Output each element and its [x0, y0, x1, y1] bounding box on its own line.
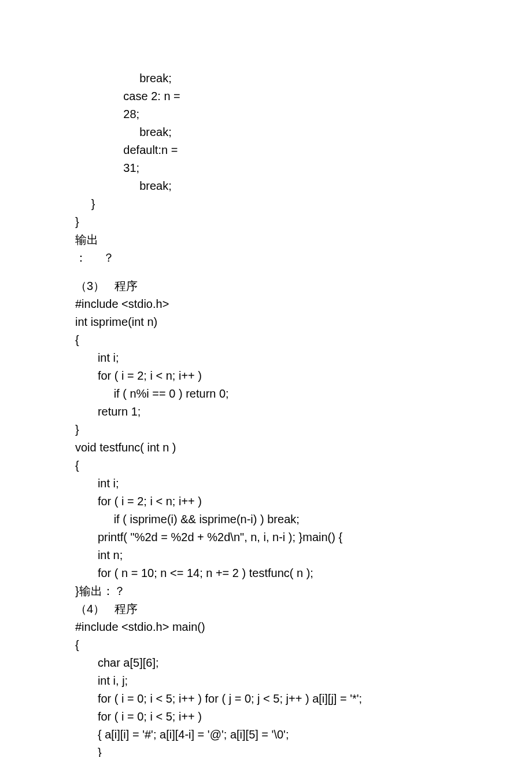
- section-3-number: （3）: [75, 277, 105, 295]
- code-line: if ( n%i == 0 ) return 0;: [75, 385, 486, 403]
- code-line: break;: [75, 177, 486, 195]
- code-line: }: [75, 195, 486, 213]
- code-line: }: [75, 213, 486, 231]
- code-line: void testfunc( int n ): [75, 439, 486, 457]
- code-line: break;: [75, 123, 486, 141]
- code-line: int i;: [75, 475, 486, 493]
- section-3-heading: （3） 程序: [75, 277, 486, 295]
- section-4-heading: （4） 程序: [75, 600, 486, 618]
- code-line: 28;: [75, 105, 486, 123]
- code-line: int n;: [75, 546, 486, 564]
- code-line: int isprime(int n): [75, 313, 486, 331]
- output-question: ？: [98, 249, 114, 267]
- code-line: {: [75, 457, 486, 475]
- code-line: for ( n = 10; n <= 14; n += 2 ) testfunc…: [75, 564, 486, 582]
- code-line: for ( i = 2; i < n; i++ ): [75, 367, 486, 385]
- code-line: return 1;: [75, 403, 486, 421]
- code-line: for ( i = 0; i < 5; i++ ) for ( j = 0; j…: [75, 690, 486, 708]
- code-line: for ( i = 2; i < n; i++ ): [75, 493, 486, 510]
- code-line: for ( i = 0; i < 5; i++ ): [75, 708, 486, 726]
- output-label-1: 输出: [75, 231, 98, 249]
- code-line: if ( isprime(i) && isprime(n-i) ) break;: [75, 510, 486, 528]
- code-line: }: [75, 421, 486, 439]
- code-line: case 2: n =: [75, 87, 486, 105]
- code-line: {: [75, 636, 486, 654]
- code-line: char a[5][6];: [75, 654, 486, 672]
- code-line: int i;: [75, 349, 486, 367]
- code-line: 31;: [75, 159, 486, 177]
- code-line: { a[i][i] = '#'; a[i][4-i] = '@'; a[i][5…: [75, 726, 486, 744]
- section-3-title: 程序: [105, 277, 138, 295]
- code-line: }: [75, 744, 486, 757]
- section-4-number: （4）: [75, 600, 105, 618]
- code-line: printf( "%2d = %2d + %2d\n", n, i, n-i )…: [75, 528, 486, 546]
- code-line: int i, j;: [75, 672, 486, 690]
- output-label-2: ：: [75, 249, 98, 267]
- code-line: default:n =: [75, 141, 486, 159]
- code-line: {: [75, 331, 486, 349]
- code-line: break;: [75, 69, 486, 87]
- code-line: #include <stdio.h> main(): [75, 618, 486, 636]
- output-label-row: 输出 ： ？: [75, 231, 486, 267]
- code-line: }输出：？: [75, 582, 486, 600]
- section-4-title: 程序: [105, 600, 138, 618]
- code-line: #include <stdio.h>: [75, 295, 486, 313]
